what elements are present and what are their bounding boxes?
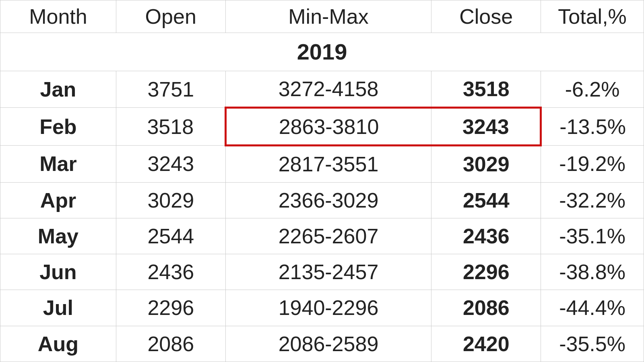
cell-minmax: 2863-3810: [225, 108, 431, 146]
table-row: Aug20862086-25892420-35.5%: [0, 326, 644, 362]
table-row: Jul22961940-22962086-44.4%: [0, 290, 644, 326]
cell-minmax: 2086-2589: [225, 326, 431, 362]
table-row: Apr30292366-30292544-32.2%: [0, 182, 644, 218]
cell-open: 3029: [116, 182, 225, 218]
cell-open: 3751: [116, 71, 225, 108]
cell-open: 2296: [116, 290, 225, 326]
cell-total: -35.1%: [541, 218, 644, 254]
cell-close: 3518: [431, 71, 541, 108]
cell-total: -44.4%: [541, 290, 644, 326]
cell-close: 3243: [431, 108, 541, 146]
table-row: Jun24362135-24572296-38.8%: [0, 254, 644, 290]
cell-month: Jan: [0, 71, 116, 108]
cell-month: Jul: [0, 290, 116, 326]
cell-open: 2086: [116, 326, 225, 362]
cell-open: 2436: [116, 254, 225, 290]
cell-close: 2544: [431, 182, 541, 218]
year-cell: 2019: [0, 33, 644, 71]
cell-close: 2436: [431, 218, 541, 254]
table-row: Jan37513272-41583518-6.2%: [0, 71, 644, 108]
cell-minmax: 2135-2457: [225, 254, 431, 290]
cell-total: -13.5%: [541, 108, 644, 146]
header-month: Month: [0, 0, 116, 33]
cell-minmax: 1940-2296: [225, 290, 431, 326]
cell-open: 3518: [116, 108, 225, 146]
cell-total: -19.2%: [541, 146, 644, 183]
cell-minmax: 2265-2607: [225, 218, 431, 254]
cell-total: -32.2%: [541, 182, 644, 218]
header-open: Open: [116, 0, 225, 33]
cell-month: Mar: [0, 146, 116, 183]
cell-month: Aug: [0, 326, 116, 362]
cell-close: 2420: [431, 326, 541, 362]
cell-total: -38.8%: [541, 254, 644, 290]
header-total: Total,%: [541, 0, 644, 33]
year-row: 2019: [0, 33, 644, 71]
cell-total: -35.5%: [541, 326, 644, 362]
table-container: Month Open Min-Max Close Total,% 2019Jan…: [0, 0, 644, 362]
data-table: Month Open Min-Max Close Total,% 2019Jan…: [0, 0, 644, 362]
header-minmax: Min-Max: [225, 0, 431, 33]
cell-minmax: 3272-4158: [225, 71, 431, 108]
table-row: Mar32432817-35513029-19.2%: [0, 146, 644, 183]
cell-open: 2544: [116, 218, 225, 254]
cell-month: Apr: [0, 182, 116, 218]
cell-month: Feb: [0, 108, 116, 146]
cell-close: 2086: [431, 290, 541, 326]
cell-open: 3243: [116, 146, 225, 183]
cell-close: 2296: [431, 254, 541, 290]
header-close: Close: [431, 0, 541, 33]
table-row: Feb35182863-38103243-13.5%: [0, 108, 644, 146]
cell-minmax: 2366-3029: [225, 182, 431, 218]
cell-total: -6.2%: [541, 71, 644, 108]
cell-minmax: 2817-3551: [225, 146, 431, 183]
cell-close: 3029: [431, 146, 541, 183]
table-row: May25442265-26072436-35.1%: [0, 218, 644, 254]
cell-month: May: [0, 218, 116, 254]
header-row: Month Open Min-Max Close Total,%: [0, 0, 644, 33]
cell-month: Jun: [0, 254, 116, 290]
